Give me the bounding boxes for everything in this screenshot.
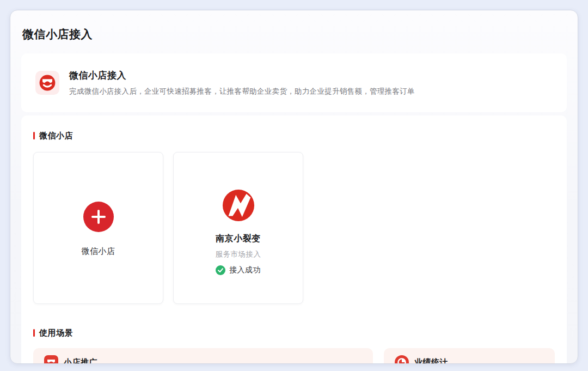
add-store-card[interactable]: 微信小店 (33, 152, 163, 304)
store-promotion-icon (44, 355, 58, 364)
banner-description: 完成微信小店接入后，企业可快速招募推客，让推客帮助企业卖货，助力企业提升销售额，… (69, 87, 415, 96)
scenario-label: 业绩统计 (414, 357, 448, 364)
add-store-label: 微信小店 (82, 246, 115, 257)
plus-icon[interactable] (83, 202, 114, 232)
provider-status-text: 接入成功 (229, 265, 261, 275)
banner-texts: 微信小店接入 完成微信小店接入后，企业可快速招募推客，让推客帮助企业卖货，助力企… (69, 69, 415, 96)
provider-card[interactable]: 南京小裂变 服务市场接入 接入成功 (173, 152, 303, 304)
scenario-card-store-promotion[interactable]: 小店推广 (33, 348, 373, 364)
section-title: 使用场景 (39, 327, 73, 338)
scenario-card-performance-stats[interactable]: 业绩统计 (384, 348, 555, 364)
page-title: 微信小店接入 (22, 26, 566, 42)
banner-title: 微信小店接入 (69, 69, 415, 82)
scenario-label: 小店推广 (64, 357, 97, 364)
content-card: 微信小店 微信小店 南京小裂变 服务市场接入 (21, 115, 567, 364)
section-header-scenarios: 使用场景 (33, 327, 555, 338)
scenario-cards-row: 小店推广 业绩统计 (33, 348, 555, 364)
section-accent-bar (33, 132, 35, 139)
store-cards-row: 微信小店 南京小裂变 服务市场接入 接入成功 (33, 152, 555, 304)
provider-status-badge: 接入成功 (216, 265, 261, 275)
performance-stats-icon (395, 355, 409, 364)
wechat-store-icon (35, 71, 59, 95)
provider-source: 服务市场接入 (216, 250, 261, 259)
check-circle-icon (216, 265, 225, 275)
section-title: 微信小店 (39, 130, 73, 141)
section-accent-bar (33, 329, 35, 337)
main-panel: 微信小店接入 微信小店接入 完成微信小店接入后，企业可快速招募推客，让推客帮助企… (10, 10, 578, 364)
provider-name: 南京小裂变 (216, 233, 261, 245)
section-header-store: 微信小店 (33, 130, 555, 141)
intro-banner: 微信小店接入 完成微信小店接入后，企业可快速招募推客，让推客帮助企业卖货，助力企… (21, 53, 567, 112)
xiaoliebian-logo (222, 188, 255, 222)
